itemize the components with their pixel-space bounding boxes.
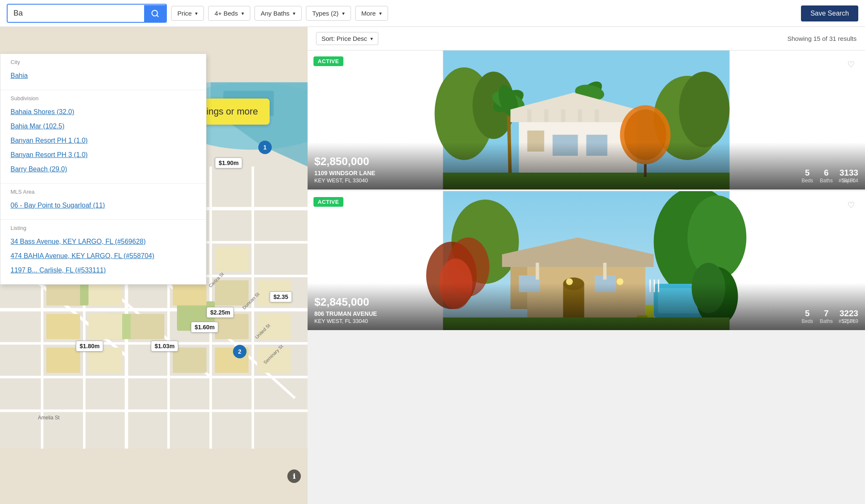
results-count: Showing 15 of 31 results <box>787 35 857 42</box>
svg-rect-34 <box>215 247 249 272</box>
price-badge-2[interactable]: $2.25m <box>206 307 234 318</box>
svg-rect-78 <box>595 109 599 122</box>
svg-rect-76 <box>561 109 565 122</box>
search-icon <box>151 9 159 18</box>
dropdown-item-banyan-ph3[interactable]: Banyan Resort PH 3 (1.0) <box>11 148 196 162</box>
listing-address-2: 806 TRUMAN AVENUE <box>314 310 801 317</box>
svg-rect-41 <box>88 314 122 339</box>
map-marker-2[interactable]: 2 <box>233 345 246 358</box>
listing-city-1: KEY WEST, FL 33040 <box>314 177 801 184</box>
dropdown-section-mls: MLS Area 06 - Bay Point to Sugarloaf (11… <box>0 184 206 220</box>
section-label-listing: Listing <box>11 225 196 231</box>
svg-rect-42 <box>131 314 164 339</box>
baths-value-1: 6 <box>824 168 829 178</box>
dropdown-section-city: City Bahia <box>0 54 206 90</box>
listings-panel: Sort: Price Desc Showing 15 of 31 result… <box>308 27 865 504</box>
svg-rect-40 <box>46 314 80 339</box>
baths-stat-1: 6 Baths <box>820 168 833 184</box>
main-content: City Bahia Subdivision Bahaia Shores (32… <box>0 27 865 504</box>
listing-overlay-2: $2,845,000 806 TRUMAN AVENUE KEY WEST, F… <box>308 283 865 330</box>
section-label-subdivision: Subdivision <box>11 95 196 101</box>
sqft-value-2: 3223 <box>840 309 859 318</box>
price-filter-button[interactable]: Price <box>171 6 204 21</box>
search-box <box>7 4 167 23</box>
baths-label-2: Baths <box>820 318 833 324</box>
svg-rect-38 <box>215 280 249 306</box>
svg-rect-44 <box>257 314 291 339</box>
favorite-button-1[interactable]: ♡ <box>843 56 859 72</box>
active-badge-1: ACTIVE <box>313 56 343 66</box>
save-search-button[interactable]: Save Search <box>801 5 858 21</box>
beds-label-2: Beds <box>801 318 813 324</box>
beds-stat-2: 5 Beds <box>801 309 813 324</box>
listing-info-left-1: $2,850,000 1109 WINDSOR LANE KEY WEST, F… <box>314 155 801 184</box>
dropdown-item-barry-beach[interactable]: Barry Beach (29.0) <box>11 162 196 176</box>
listing-image-2: ACTIVE ♡ $2,845,000 806 TRUMAN AVENUE KE… <box>308 191 865 330</box>
dropdown-item-bahia-mar[interactable]: Bahia Mar (102.5) <box>11 119 196 133</box>
dropdown-item-banyan-ph1[interactable]: Banyan Resort PH 1 (1.0) <box>11 133 196 148</box>
svg-text:Amelia St: Amelia St <box>38 415 60 421</box>
beds-stat-1: 5 Beds <box>801 168 813 184</box>
listing-mls-1: #584804 <box>838 178 858 184</box>
info-button[interactable]: ℹ <box>287 469 301 483</box>
search-input[interactable] <box>8 5 144 22</box>
beds-value-2: 5 <box>805 309 810 318</box>
price-badge-4[interactable]: $1.80m <box>76 341 103 352</box>
svg-rect-99 <box>603 263 607 280</box>
active-badge-2: ACTIVE <box>313 197 343 207</box>
listing-info-left-2: $2,845,000 806 TRUMAN AVENUE KEY WEST, F… <box>314 296 801 324</box>
more-filter-button[interactable]: More <box>355 6 388 21</box>
baths-stat-2: 7 Baths <box>820 309 833 324</box>
svg-rect-98 <box>536 263 539 280</box>
search-dropdown: City Bahia Subdivision Bahaia Shores (32… <box>0 54 206 285</box>
listing-price-1: $2,850,000 <box>314 155 801 168</box>
svg-point-59 <box>679 72 730 147</box>
beds-value-1: 5 <box>805 168 810 178</box>
beds-filter-button[interactable]: 4+ Beds <box>208 6 250 21</box>
dropdown-item-bay-point[interactable]: 06 - Bay Point to Sugarloaf (11) <box>11 198 196 213</box>
listing-card-1[interactable]: ACTIVE ♡ $2,850,000 1109 WINDSOR LANE KE… <box>308 51 865 189</box>
listing-price-2: $2,845,000 <box>314 296 801 309</box>
baths-filter-button[interactable]: Any Baths <box>254 6 302 21</box>
svg-rect-77 <box>578 109 582 122</box>
price-badge-6[interactable]: $2.35 <box>270 291 292 302</box>
favorite-button-2[interactable]: ♡ <box>843 197 859 213</box>
beds-label-1: Beds <box>801 178 813 184</box>
listings-header: Sort: Price Desc Showing 15 of 31 result… <box>308 27 865 51</box>
svg-rect-45 <box>46 348 80 373</box>
sqft-value-1: 3133 <box>840 168 859 178</box>
dropdown-item-listing-1[interactable]: 34 Bass Avenue, KEY LARGO, FL (#569628) <box>11 235 196 249</box>
types-filter-button[interactable]: Types (2) <box>306 6 351 21</box>
price-badge-5[interactable]: $1.03m <box>151 341 178 352</box>
listing-city-2: KEY WEST, FL 33040 <box>314 318 801 324</box>
header: Price 4+ Beds Any Baths Types (2) More S… <box>0 0 865 27</box>
dropdown-section-listing: Listing 34 Bass Avenue, KEY LARGO, FL (#… <box>0 220 206 284</box>
price-badge-1[interactable]: $1.90m <box>215 157 242 168</box>
baths-label-1: Baths <box>820 178 833 184</box>
svg-line-1 <box>157 15 158 16</box>
section-label-city: City <box>11 59 196 65</box>
search-button[interactable] <box>144 5 166 22</box>
baths-value-2: 7 <box>824 309 829 318</box>
section-label-mls: MLS Area <box>11 189 196 195</box>
sort-button[interactable]: Sort: Price Desc <box>316 32 378 45</box>
map-marker-1[interactable]: 1 <box>258 141 272 154</box>
dropdown-section-subdivision: Subdivision Bahaia Shores (32.0) Bahia M… <box>0 90 206 184</box>
svg-rect-75 <box>544 109 549 122</box>
price-badge-3[interactable]: $1.60m <box>191 322 218 333</box>
listing-address-1: 1109 WINDSOR LANE <box>314 170 801 176</box>
svg-rect-74 <box>528 109 532 122</box>
dropdown-item-listing-2[interactable]: 474 BAHIA Avenue, KEY LARGO, FL (#558704… <box>11 249 196 263</box>
listing-card-2[interactable]: ACTIVE ♡ $2,845,000 806 TRUMAN AVENUE KE… <box>308 191 865 330</box>
dropdown-item-listing-3[interactable]: 1197 B... Carlisle, FL (#533111) <box>11 263 196 277</box>
dropdown-item-bahaia-shores[interactable]: Bahaia Shores (32.0) <box>11 105 196 119</box>
listing-image-1: ACTIVE ♡ $2,850,000 1109 WINDSOR LANE KE… <box>308 51 865 189</box>
dropdown-item-bahia[interactable]: Bahia <box>11 69 196 83</box>
svg-rect-47 <box>173 348 206 373</box>
listing-mls-2: #575869 <box>838 318 858 324</box>
listing-overlay-1: $2,850,000 1109 WINDSOR LANE KEY WEST, F… <box>308 142 865 189</box>
